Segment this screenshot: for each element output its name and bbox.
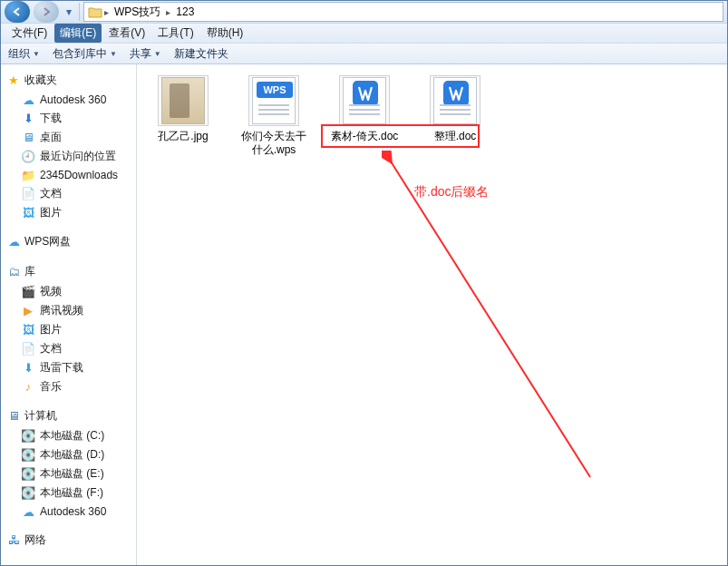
file-thumbnail <box>430 75 480 126</box>
file-label: 你们今天去干什么.wps <box>238 130 309 157</box>
sidebar-autodesk-drive[interactable]: ☁Autodesk 360 <box>1 503 136 521</box>
menu-file[interactable]: 文件(F) <box>6 24 53 43</box>
menu-edit[interactable]: 编辑(E) <box>54 24 102 43</box>
cloud-icon: ☁ <box>6 235 21 249</box>
file-view[interactable]: 孔乙己.jpg WPS 你们今天去干什么.wps 素材-倚天.doc 整理.do… <box>137 64 727 565</box>
sidebar-wps-cloud[interactable]: ☁ WPS网盘 <box>1 231 136 252</box>
sidebar-item-pictures[interactable]: 🖼图片 <box>1 320 136 339</box>
toolbar: 组织▼ 包含到库中▼ 共享▼ 新建文件夹 <box>1 43 727 64</box>
toolbar-include[interactable]: 包含到库中▼ <box>53 46 117 62</box>
docs-icon: 📄 <box>21 187 35 201</box>
desktop-icon: 🖥 <box>21 131 35 145</box>
file-item-jpg[interactable]: 孔乙己.jpg <box>148 75 218 143</box>
library-icon: 🗂 <box>6 265 21 279</box>
sidebar-item-video[interactable]: 🎬视频 <box>1 282 136 301</box>
video-icon: 🎬 <box>21 285 35 299</box>
computer-icon: 🖥 <box>6 409 21 424</box>
chevron-down-icon: ▼ <box>33 50 40 58</box>
star-icon: ★ <box>6 73 21 88</box>
file-label: 孔乙己.jpg <box>158 130 208 143</box>
sidebar-drive-f[interactable]: 💽本地磁盘 (F:) <box>1 483 136 503</box>
sidebar-item-autodesk[interactable]: ☁Autodesk 360 <box>1 91 136 109</box>
download-icon: ⬇ <box>21 112 35 126</box>
picture-icon: 🖼 <box>21 323 35 337</box>
file-item-doc-2[interactable]: 整理.doc <box>420 75 490 143</box>
sidebar-network[interactable]: 🖧 网络 <box>1 530 136 551</box>
nav-history-dropdown[interactable]: ▾ <box>63 5 75 18</box>
sidebar-libraries[interactable]: 🗂 库 <box>1 261 136 282</box>
sidebar-computer[interactable]: 🖥 计算机 <box>1 405 136 426</box>
cloud-icon: ☁ <box>21 93 35 107</box>
network-icon: 🖧 <box>6 533 21 548</box>
sidebar-item-recent[interactable]: 🕘最近访问的位置 <box>1 147 136 166</box>
tencent-icon: ▶ <box>21 304 35 318</box>
svg-line-0 <box>391 161 590 477</box>
file-thumbnail <box>158 75 209 126</box>
sidebar: ★ 收藏夹 ☁Autodesk 360 ⬇下载 🖥桌面 🕘最近访问的位置 📁23… <box>1 64 137 565</box>
sidebar-favorites[interactable]: ★ 收藏夹 <box>1 70 136 91</box>
menu-view[interactable]: 查看(V) <box>103 24 150 43</box>
folder-icon: 📁 <box>21 168 35 182</box>
file-thumbnail <box>339 75 390 126</box>
menubar: 文件(F) 编辑(E) 查看(V) 工具(T) 帮助(H) <box>1 23 727 43</box>
chevron-right-icon: ▸ <box>166 7 170 17</box>
chevron-down-icon: ▼ <box>154 50 161 58</box>
drive-icon: 💽 <box>21 467 35 482</box>
cloud-icon: ☁ <box>21 504 35 519</box>
file-label: 整理.doc <box>434 130 477 143</box>
sidebar-drive-c[interactable]: 💽本地磁盘 (C:) <box>1 426 136 445</box>
menu-tools[interactable]: 工具(T) <box>152 24 199 43</box>
sidebar-item-xunlei[interactable]: ⬇迅雷下载 <box>1 358 136 377</box>
toolbar-share[interactable]: 共享▼ <box>130 46 161 62</box>
nav-forward-button[interactable] <box>34 1 59 23</box>
nav-back-button[interactable] <box>5 1 30 23</box>
folder-icon <box>88 5 102 19</box>
file-item-doc-1[interactable]: 素材-倚天.doc <box>329 75 400 143</box>
separator <box>79 3 80 21</box>
music-icon: ♪ <box>21 380 35 395</box>
menu-help[interactable]: 帮助(H) <box>201 24 249 43</box>
picture-icon: 🖼 <box>21 206 35 220</box>
drive-icon: 💽 <box>21 429 35 444</box>
drive-icon: 💽 <box>21 486 35 501</box>
sidebar-item-documents[interactable]: 📄文档 <box>1 339 136 358</box>
chevron-down-icon: ▼ <box>110 50 117 58</box>
annotation-arrow <box>382 151 599 486</box>
download-icon: ⬇ <box>21 361 35 376</box>
chevron-right-icon: ▸ <box>104 7 109 17</box>
sidebar-item-2345[interactable]: 📁2345Downloads <box>1 166 136 184</box>
recent-icon: 🕘 <box>21 150 35 164</box>
sidebar-item-music[interactable]: ♪音乐 <box>1 377 136 396</box>
titlebar: ▾ ▸ WPS技巧 ▸ 123 <box>1 1 727 23</box>
sidebar-item-pics[interactable]: 🖼图片 <box>1 203 136 222</box>
breadcrumb-seg-1[interactable]: WPS技巧 <box>111 5 164 20</box>
breadcrumb[interactable]: ▸ WPS技巧 ▸ 123 <box>83 2 723 22</box>
annotation-text: 带.doc后缀名 <box>414 184 489 200</box>
sidebar-item-downloads[interactable]: ⬇下载 <box>1 109 136 128</box>
sidebar-item-tencent[interactable]: ▶腾讯视频 <box>1 301 136 320</box>
sidebar-item-desktop[interactable]: 🖥桌面 <box>1 128 136 147</box>
drive-icon: 💽 <box>21 448 35 463</box>
docs-icon: 📄 <box>21 342 35 356</box>
file-item-wps[interactable]: WPS 你们今天去干什么.wps <box>238 75 309 157</box>
toolbar-newfolder[interactable]: 新建文件夹 <box>174 46 228 62</box>
sidebar-drive-e[interactable]: 💽本地磁盘 (E:) <box>1 464 136 483</box>
sidebar-drive-d[interactable]: 💽本地磁盘 (D:) <box>1 445 136 464</box>
file-thumbnail: WPS <box>248 75 299 126</box>
file-label: 素材-倚天.doc <box>331 130 399 143</box>
breadcrumb-seg-2[interactable]: 123 <box>172 5 198 18</box>
sidebar-item-docs[interactable]: 📄文档 <box>1 184 136 203</box>
toolbar-organize[interactable]: 组织▼ <box>8 46 40 62</box>
